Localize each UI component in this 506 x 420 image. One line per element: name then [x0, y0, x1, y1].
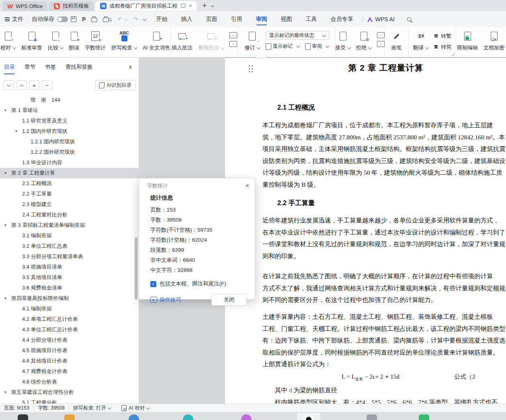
toc-item[interactable]: ▾ 4.8 综价分析表 — [0, 377, 139, 387]
dialog-close-button[interactable]: 关闭 — [211, 294, 247, 306]
previous-change-icon[interactable]: ← — [377, 32, 385, 38]
toc-item[interactable]: ▾ 3.3 分部分项工程量清单表 — [0, 251, 139, 262]
ai-proofread-status[interactable]: AI 校对 — [121, 405, 150, 412]
toc-item[interactable]: ▾ 第 1 章绪论 — [0, 105, 139, 116]
tab-document[interactable]: W 成都卷烟厂厂房项目招标工程 × — [95, 1, 197, 11]
ai-recognize-toc-button[interactable]: AI识别目录 — [95, 80, 135, 90]
sidebar-tab-bookmarks[interactable]: 书签 — [45, 63, 56, 74]
taskbar-app-icon[interactable] — [64, 414, 75, 420]
toc-item[interactable]: ▾ 2.1 工程概况 — [0, 178, 139, 189]
toc-item[interactable]: ▾ 第 3 章招标工程量清单编制依据 — [0, 220, 139, 230]
toc-item[interactable]: ▾ 致 谢 144 — [0, 95, 139, 105]
restrict-editing-button[interactable]: 限制编辑 — [457, 31, 478, 51]
to-simplified-button[interactable]: 繁 转简 — [434, 43, 451, 51]
expand-arrow-icon[interactable]: ▾ — [4, 105, 6, 116]
group-expand-icon[interactable] — [451, 53, 454, 56]
word-count-indicator[interactable]: 字数: 39508 — [38, 405, 65, 412]
zoom-in-level-button[interactable]: + — [29, 80, 39, 90]
collapse-all-button[interactable] — [3, 80, 14, 90]
toc-item[interactable]: ▾ 第五章建设工程合理性分析 — [0, 387, 139, 398]
taskbar-app-icon[interactable] — [18, 414, 28, 420]
taskbar-app-icon[interactable] — [419, 414, 429, 420]
menu-tab[interactable]: 审阅 — [256, 12, 267, 26]
spell-check-status[interactable]: 拼写检查: 打开 — [73, 405, 111, 412]
paragraph-drag-handle-icon[interactable] — [249, 65, 253, 73]
toc-item[interactable]: ▾ 3.6 规费税金清单 — [0, 283, 139, 293]
next-change-icon[interactable]: → — [377, 41, 385, 47]
page-indicator[interactable]: 页面: 9/153 — [4, 405, 29, 412]
taskbar-app-icon[interactable] — [241, 414, 252, 420]
taskbar-app-icon[interactable] — [303, 414, 314, 420]
zoom-out-level-button[interactable]: − — [42, 80, 52, 90]
toc-item[interactable]: ▾ 2.4 工程量对比分析 — [0, 210, 139, 220]
page-gap-marker[interactable] — [256, 55, 267, 58]
save-button[interactable] — [71, 16, 76, 22]
toc-item[interactable]: ▾ 3.1 编制依据 — [0, 230, 139, 241]
to-traditional-button[interactable]: 简 转繁 — [434, 33, 451, 40]
sidebar-scrollbar[interactable] — [135, 237, 137, 300]
expand-arrow-icon[interactable]: ▾ — [15, 126, 17, 137]
toc-item[interactable]: ▾ 3.2 单位工程汇总表 — [0, 241, 139, 251]
delete-comment-button[interactable]: × 删除批注 — [198, 31, 224, 51]
tab-close-icon[interactable]: × — [189, 3, 192, 9]
quickbar-more-chevron-icon[interactable] — [142, 17, 146, 21]
wps-ai-button[interactable]: WPS AI — [367, 16, 395, 22]
dialog-close-icon[interactable]: × — [246, 182, 249, 190]
toc-item[interactable]: ▾ 1.3 毕业设计内容 — [0, 157, 139, 168]
word-count-button[interactable]: 12+ 字数统计 — [85, 31, 106, 51]
redo-button[interactable]: ↷ — [133, 16, 138, 23]
tab-float-icon[interactable] — [181, 3, 185, 9]
ai-polish-button[interactable]: * AI 全文润色 — [143, 31, 170, 51]
show-markup-button[interactable]: 显示标记 — [266, 43, 299, 50]
toc-item[interactable]: ▾ 1.2.1 国内研究现状 — [0, 137, 139, 147]
toc-item[interactable]: ▾ 3.4 措施项目清单 — [0, 262, 139, 272]
taskbar-app-icon[interactable] — [129, 414, 139, 420]
tab-list-chevron-icon[interactable] — [211, 3, 215, 7]
insert-comment-button[interactable]: + 插入批注 — [172, 31, 193, 51]
include-footnotes-checkbox[interactable]: ✓ — [150, 281, 156, 287]
sidebar-tab-contents[interactable]: 目录 — [4, 63, 15, 74]
menu-tab[interactable]: 会员专享 — [331, 12, 353, 26]
expand-all-button[interactable] — [16, 80, 27, 90]
encrypt-document-button[interactable]: 文档加密 — [483, 31, 504, 51]
file-menu-button[interactable]: 文件 — [5, 16, 23, 23]
tips-link[interactable]: ▶ 操作技巧 — [150, 296, 181, 304]
review-pane-button[interactable]: 审阅 — [305, 43, 329, 50]
next-comment-icon[interactable]: → — [229, 41, 237, 47]
menu-tab[interactable]: 插入 — [181, 12, 193, 26]
search-icon[interactable] — [407, 17, 411, 21]
standard-review-button[interactable]: ♟ 标准审查 — [21, 31, 42, 51]
toc-item[interactable]: ▾ 1.2.2 国外研究现状 — [0, 147, 139, 157]
sidebar-tab-find-replace[interactable]: 查找和替换 — [66, 63, 93, 74]
toc-item[interactable]: ▾ 4.2 单项工程汇总计价表 — [0, 314, 139, 324]
taskbar-app-icon[interactable] — [183, 414, 193, 420]
expand-arrow-icon[interactable]: ▾ — [4, 293, 6, 304]
expand-arrow-icon[interactable]: ▾ — [4, 387, 6, 398]
ink-brush-button[interactable]: 画笔 — [391, 31, 402, 51]
accept-change-button[interactable]: ✓ 接受 — [335, 31, 350, 51]
proofread-button[interactable]: ⌕ 校对 — [0, 31, 16, 51]
previous-comment-icon[interactable]: ← — [229, 32, 237, 38]
toc-item[interactable]: ▾ 第 2 章 工程量计算 — [0, 168, 139, 178]
reject-change-button[interactable]: ⊘ 拒绝 — [356, 31, 371, 51]
toc-item[interactable]: ▾ 2.3 模型建立 — [0, 199, 139, 210]
toc-item[interactable]: ▾ 4.7 规费税金计价表 — [0, 366, 139, 377]
menu-tab[interactable]: 工具 — [306, 12, 317, 26]
toc-item[interactable]: ▾ 4.5 措施项目计价表 — [0, 345, 139, 356]
spell-check-button[interactable]: ABC✓ 拼写检查 — [111, 31, 137, 51]
expand-arrow-icon[interactable]: ▾ — [4, 168, 6, 178]
sidebar-tab-chapters[interactable]: 章节 — [25, 63, 35, 74]
print-preview-button[interactable] — [103, 16, 112, 22]
toc-item[interactable]: ▾ 3.5 其他项目清单 — [0, 272, 139, 283]
markup-state-select[interactable]: 显示标记的最终状态 — [266, 31, 329, 40]
track-changes-button[interactable]: 修订 — [245, 31, 260, 51]
autosave-toggle[interactable] — [57, 16, 68, 22]
tab-docer[interactable]: 找稻壳模板 — [49, 1, 94, 11]
toc-item[interactable]: ▾ 4.3 单位工程汇总计价表 — [0, 324, 139, 335]
toc-item[interactable]: ▾ 4.1 编制依据 — [0, 304, 139, 314]
compare-button[interactable]: ↔ 比较 — [48, 31, 63, 51]
sidebar-close-icon[interactable]: × — [129, 64, 132, 71]
new-tab-button[interactable]: + — [202, 1, 207, 10]
menu-tab[interactable]: 视图 — [281, 12, 292, 26]
read-aloud-button[interactable]: » 朗读 — [69, 31, 79, 51]
